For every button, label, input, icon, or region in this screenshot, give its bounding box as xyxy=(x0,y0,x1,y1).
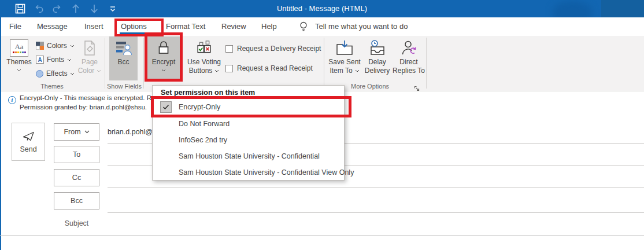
titlebar-redaction-patch xyxy=(601,0,644,17)
infobar-line1: Encrypt-Only - This message is encrypted… xyxy=(20,94,151,101)
show-fields-group-label: Show Fields xyxy=(106,83,143,91)
lightbulb-icon xyxy=(299,21,308,35)
infobar-line2: Permission granted by: brian.d.pohl@shsu… xyxy=(20,104,147,111)
bcc-field-button-label: Bcc xyxy=(71,197,83,205)
arrow-down-icon xyxy=(89,3,99,14)
checkbox-unchecked-icon xyxy=(225,65,233,72)
menu-item-label: Do Not Forward xyxy=(179,116,230,132)
chevron-down-icon xyxy=(214,69,219,72)
request-delivery-receipt-checkbox[interactable]: Request a Delivery Receipt xyxy=(225,45,321,53)
tab-message[interactable]: Message xyxy=(37,17,68,36)
chevron-down-icon xyxy=(70,45,75,47)
tab-review[interactable]: Review xyxy=(221,17,246,36)
tab-file[interactable]: File xyxy=(9,17,21,36)
group-separator xyxy=(105,38,105,89)
checkbox-unchecked-icon xyxy=(225,45,233,53)
menu-item-encrypt-only[interactable]: Encrypt-Only xyxy=(153,99,344,115)
direct-replies-label-2: Replies To xyxy=(393,67,425,75)
window-left-border xyxy=(0,17,1,250)
move-down-button[interactable] xyxy=(88,2,101,15)
save-button[interactable] xyxy=(14,2,27,15)
outlook-message-window: Untitled - Message (HTML) xyxy=(0,0,644,250)
arrow-up-icon xyxy=(71,3,81,14)
from-value: brian.d.pohl@ xyxy=(108,128,153,136)
themes-group-label: Themes xyxy=(6,83,98,91)
tell-me-search[interactable]: Tell me what you want to do xyxy=(315,17,408,36)
from-button[interactable]: From xyxy=(54,123,99,141)
encrypt-button[interactable]: Encrypt xyxy=(147,36,180,80)
chevron-down-icon xyxy=(70,72,75,75)
undo-icon xyxy=(33,3,45,14)
encrypt-button-label: Encrypt xyxy=(152,58,176,67)
use-voting-label-2: Buttons xyxy=(189,67,220,75)
delay-delivery-label-2: Delivery xyxy=(365,67,390,75)
from-button-label: From xyxy=(64,128,80,136)
colors-button[interactable]: Colors xyxy=(36,39,75,52)
fonts-label: Fonts xyxy=(47,56,64,64)
voting-buttons-icon xyxy=(197,38,212,58)
delivery-receipt-label: Request a Delivery Receipt xyxy=(237,45,321,53)
page-color-label-1: Page xyxy=(82,58,98,67)
delay-delivery-button[interactable]: Delay Delivery xyxy=(363,36,391,80)
menu-item-infosec-2nd-try[interactable]: InfoSec 2nd try xyxy=(153,132,344,148)
checkmark-icon xyxy=(160,101,172,113)
bcc-field-button[interactable]: Bcc xyxy=(54,192,99,209)
lock-icon xyxy=(156,38,171,58)
tab-options-label: Options xyxy=(121,22,147,31)
fonts-button[interactable]: A Fonts xyxy=(36,53,72,66)
read-receipt-label: Request a Read Receipt xyxy=(237,64,313,72)
use-voting-label-1: Use Voting xyxy=(187,58,221,67)
chevron-down-icon xyxy=(161,69,166,72)
cc-button[interactable]: Cc xyxy=(54,169,99,186)
themes-icon: Aa xyxy=(10,38,28,58)
tab-options[interactable]: Options xyxy=(121,17,147,36)
menu-item-label: Sam Houston State University - Confident… xyxy=(179,148,320,164)
tab-help[interactable]: Help xyxy=(261,17,277,36)
menu-item-shsu-confidential[interactable]: Sam Houston State University - Confident… xyxy=(153,148,344,164)
group-separator xyxy=(324,38,324,89)
page-color-button[interactable]: Page Color xyxy=(76,36,103,80)
effects-icon xyxy=(36,70,43,78)
tab-insert[interactable]: Insert xyxy=(84,17,103,36)
effects-button[interactable]: Effects xyxy=(36,67,75,80)
save-sent-label-2: Item To xyxy=(330,67,359,75)
quick-access-toolbar xyxy=(14,0,119,17)
send-button-label: Send xyxy=(20,145,36,153)
menu-item-do-not-forward[interactable]: Do Not Forward xyxy=(153,116,344,132)
chevron-down-icon xyxy=(84,130,90,134)
save-icon xyxy=(14,3,26,14)
bcc-field-underline[interactable] xyxy=(108,212,644,213)
effects-label: Effects xyxy=(46,69,67,78)
save-sent-item-to-button[interactable]: Save Sent Item To xyxy=(327,36,362,80)
page-color-icon xyxy=(82,38,97,58)
send-button[interactable]: Send xyxy=(12,123,45,161)
menu-item-label: InfoSec 2nd try xyxy=(179,132,227,148)
to-button[interactable]: To xyxy=(54,146,99,163)
titlebar: Untitled - Message (HTML) xyxy=(0,0,644,17)
use-voting-buttons-button[interactable]: Use Voting Buttons xyxy=(184,36,224,80)
direct-replies-to-button[interactable]: Direct Replies To xyxy=(392,36,425,80)
subject-label: Subject xyxy=(54,219,99,227)
cc-field-underline[interactable] xyxy=(108,187,644,188)
fonts-icon: A xyxy=(36,56,44,64)
menu-item-label: Sam Houston State University - Confident… xyxy=(179,164,354,181)
menu-item-shsu-confidential-view-only[interactable]: Sam Houston State University - Confident… xyxy=(153,164,344,181)
menu-item-label: Encrypt-Only xyxy=(179,99,220,115)
bcc-button-label: Bcc xyxy=(117,58,129,67)
group-separator xyxy=(143,38,144,89)
customize-quick-access-button[interactable] xyxy=(106,2,119,15)
move-up-button[interactable] xyxy=(69,2,82,15)
themes-button[interactable]: Aa Themes xyxy=(6,36,32,80)
bcc-ribbon-button[interactable]: Bcc xyxy=(109,36,138,80)
chevron-down-icon xyxy=(67,58,72,61)
encrypt-dropdown-menu: Set permission on this item Encrypt-Only… xyxy=(152,85,345,181)
redo-button[interactable] xyxy=(51,2,64,15)
delay-delivery-icon xyxy=(369,38,386,58)
tab-format-text[interactable]: Format Text xyxy=(166,17,205,36)
colors-label: Colors xyxy=(47,42,67,50)
request-read-receipt-checkbox[interactable]: Request a Read Receipt xyxy=(225,64,313,72)
bcc-icon xyxy=(116,38,132,58)
save-sent-folder-icon xyxy=(336,38,353,58)
undo-button[interactable] xyxy=(32,2,45,15)
chevron-down-icon xyxy=(355,69,360,72)
